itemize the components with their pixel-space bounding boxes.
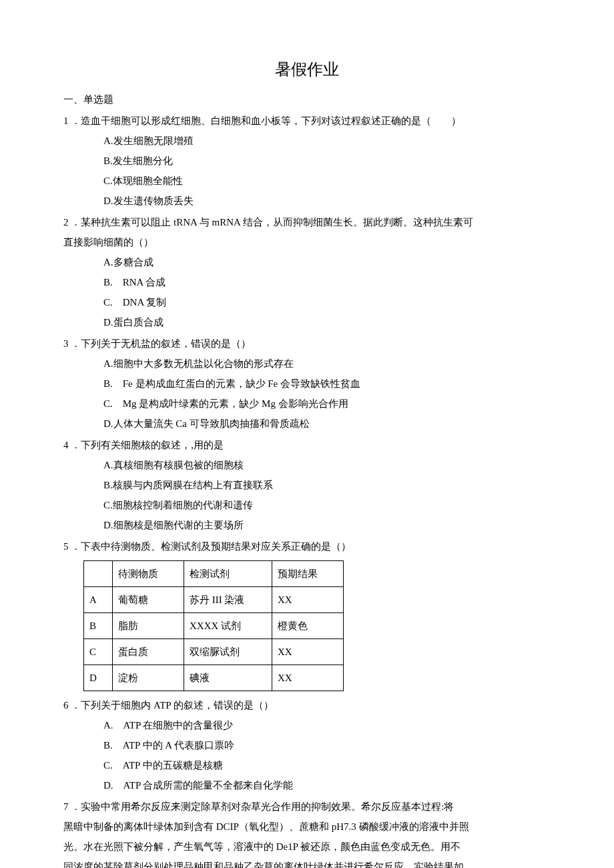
q1-option-d: D.发生遗传物质丢失 <box>63 191 551 211</box>
row-key: C <box>84 639 113 665</box>
row-result: XX <box>272 587 344 613</box>
q6-option-d: D. ATP 合成所需的能量不全都来自化学能 <box>63 775 551 795</box>
row-key: D <box>84 665 113 691</box>
table-row: D 淀粉 碘液 XX <box>84 665 344 691</box>
table-row: B 脂肪 XXXX 试剂 橙黄色 <box>84 613 344 639</box>
row-reagent: XXXX 试剂 <box>184 613 272 639</box>
q7-line4: 同浓度的某除草剂分别处理品种甲和品种乙杂草的离体叶绿体并进行希尔反应，实验结果如 <box>63 857 551 868</box>
row-result: 橙黄色 <box>272 613 344 639</box>
row-result: XX <box>272 665 344 691</box>
q2-stem-line2: 直接影响细菌的（） <box>63 232 551 252</box>
section-heading: 一、单选题 <box>63 89 551 109</box>
q7-line2: 黑暗中制备的离体叶绿体加到含有 DCIP（氧化型）、蔗糖和 pH7.3 磷酸缓冲… <box>63 817 551 837</box>
q4-option-d: D.细胞核是细胞代谢的主要场所 <box>63 515 551 535</box>
row-key: A <box>84 587 113 613</box>
row-result: XX <box>272 639 344 665</box>
q4-stem: 4 ．下列有关细胞核的叙述，,用的是 <box>63 435 551 455</box>
q1-option-a: A.发生细胞无限增殖 <box>63 131 551 151</box>
q1-option-c: C.体现细胞全能性 <box>63 171 551 191</box>
table-header-row: 待测物质 检测试剂 预期结果 <box>84 561 344 587</box>
q6-option-c: C. ATP 中的五碳糖是核糖 <box>63 755 551 775</box>
q2-option-d: D.蛋白质合成 <box>63 312 551 332</box>
row-substance: 淀粉 <box>113 665 184 691</box>
row-substance: 蛋白质 <box>113 639 184 665</box>
q4-option-c: C.细胞核控制着细胞的代谢和遗传 <box>63 495 551 515</box>
row-reagent: 苏丹 III 染液 <box>184 587 272 613</box>
q6-stem: 6 ．下列关于细胞内 ATP 的叙述，错误的是（） <box>63 695 551 715</box>
q3-option-b: B. Fe 是构成血红蛋白的元素，缺少 Fe 会导致缺铁性贫血 <box>63 374 551 394</box>
page-title: 暑假作业 <box>63 53 551 85</box>
q3-option-a: A.细胞中大多数无机盐以化合物的形式存在 <box>63 354 551 374</box>
table-row: A 葡萄糖 苏丹 III 染液 XX <box>84 587 344 613</box>
table-row: C 蛋白质 双缩脲试剂 XX <box>84 639 344 665</box>
row-substance: 葡萄糖 <box>113 587 184 613</box>
q6-option-b: B. ATP 中的 A 代表腺口票吟 <box>63 735 551 755</box>
header-result: 预期结果 <box>272 561 344 587</box>
q2-option-a: A.多糖合成 <box>63 252 551 272</box>
row-key: B <box>84 613 113 639</box>
q7-line3: 光。水在光照下被分解，产生氧气等，溶液中的 De1P 被还原，颜色由蓝色变成无色… <box>63 837 551 857</box>
q3-option-c: C. Mg 是构成叶绿素的元素，缺少 Mg 会影响光合作用 <box>63 394 551 414</box>
q3-stem: 3 ．下列关于无机盐的叙述，错误的是（） <box>63 334 551 354</box>
q4-option-a: A.真核细胞有核膜包被的细胞核 <box>63 455 551 475</box>
q2-option-b: B. RNA 合成 <box>63 272 551 292</box>
q6-option-a: A. ATP 在细胞中的含量很少 <box>63 715 551 735</box>
q7-line1: 7 ．实验中常用希尔反应来测定除草剂对杂草光合作用的抑制效果。希尔反应基本过程:… <box>63 797 551 817</box>
q1-option-b: B.发生细胞分化 <box>63 151 551 171</box>
header-blank <box>84 561 113 587</box>
q1-stem: 1 ．造血干细胞可以形成红细胞、白细胞和血小板等，下列对该过程叙述正确的是（ ） <box>63 111 551 131</box>
header-reagent: 检测试剂 <box>184 561 272 587</box>
q4-option-b: B.核膜与内质网膜在结构上有直接联系 <box>63 475 551 495</box>
q2-stem-line1: 2 ．某种抗生素可以阻止 tRNA 与 mRNA 结合，从而抑制细菌生长。据此判… <box>63 212 551 232</box>
row-reagent: 双缩脲试剂 <box>184 639 272 665</box>
q2-option-c: C. DNA 复制 <box>63 292 551 312</box>
row-reagent: 碘液 <box>184 665 272 691</box>
q3-option-d: D.人体大量流失 Ca 可导致肌肉抽搐和骨质疏松 <box>63 414 551 434</box>
header-substance: 待测物质 <box>113 561 184 587</box>
row-substance: 脂肪 <box>113 613 184 639</box>
q5-table: 待测物质 检测试剂 预期结果 A 葡萄糖 苏丹 III 染液 XX B 脂肪 X… <box>83 560 344 691</box>
q5-stem: 5 ．下表中待测物质、检测试剂及预期结果对应关系正确的是（） <box>63 536 551 556</box>
